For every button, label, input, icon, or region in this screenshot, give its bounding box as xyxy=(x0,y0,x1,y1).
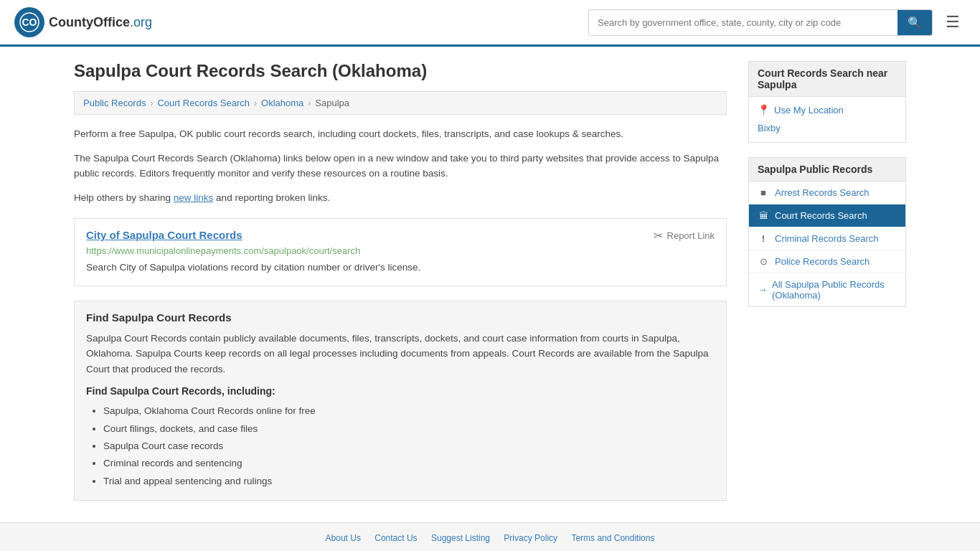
all-records-arrow-icon: → xyxy=(758,284,768,296)
find-list-item: Sapulpa Court case records xyxy=(103,438,715,455)
location-icon: 📍 xyxy=(758,104,770,116)
sidebar-near-title: Court Records Search near Sapulpa xyxy=(748,61,906,97)
court-records-label: Court Records Search xyxy=(775,210,867,221)
report-link-icon: ✂ xyxy=(654,229,663,242)
search-bar-container: 🔍 xyxy=(588,9,933,36)
sidebar-all-records-link[interactable]: → All Sapulpa Public Records (Oklahoma) xyxy=(749,273,905,306)
breadcrumb-sapulpa: Sapulpa xyxy=(315,98,349,108)
find-list-item: Sapulpa, Oklahoma Court Records online f… xyxy=(103,402,715,420)
arrest-records-label: Arrest Records Search xyxy=(775,187,870,198)
record-title-link[interactable]: City of Sapulpa Court Records xyxy=(86,229,242,241)
criminal-records-label: Criminal Records Search xyxy=(775,233,879,244)
description-1: Perform a free Sapulpa, OK public court … xyxy=(74,126,727,142)
breadcrumb-sep-2: › xyxy=(254,98,257,108)
record-title: City of Sapulpa Court Records xyxy=(86,229,242,241)
use-my-location[interactable]: 📍 Use My Location xyxy=(758,104,897,116)
description-2: The Sapulpa Court Records Search (Oklaho… xyxy=(74,151,727,182)
criminal-records-icon: ! xyxy=(758,233,769,244)
header: CO CountyOffice.org 🔍 ☰ xyxy=(0,0,980,47)
breadcrumb-sep-1: › xyxy=(150,98,153,108)
sidebar-near-list: 📍 Use My Location Bixby xyxy=(748,97,906,143)
sidebar-public-records-title: Sapulpa Public Records xyxy=(748,157,906,182)
police-records-icon: ⊙ xyxy=(758,256,769,267)
footer-contact[interactable]: Contact Us xyxy=(374,533,417,543)
find-section: Find Sapulpa Court Records Sapulpa Court… xyxy=(74,301,727,501)
record-url: https://www.municipalonlinepayments.com/… xyxy=(86,245,715,256)
header-right: 🔍 ☰ xyxy=(588,9,966,36)
main-wrapper: Sapulpa Court Records Search (Oklahoma) … xyxy=(60,47,920,515)
sidebar-public-records-section: Sapulpa Public Records ■ Arrest Records … xyxy=(748,157,906,307)
breadcrumb-public-records[interactable]: Public Records xyxy=(83,98,146,108)
find-list-item: Court filings, dockets, and case files xyxy=(103,420,715,438)
find-section-body: Sapulpa Court Records contain publicly a… xyxy=(86,331,715,377)
search-button[interactable]: 🔍 xyxy=(897,10,932,35)
breadcrumb-sep-3: › xyxy=(308,98,311,108)
logo-text: CountyOffice.org xyxy=(49,15,152,30)
desc3-after: and reporting broken links. xyxy=(213,192,330,203)
sidebar-criminal-records[interactable]: ! Criminal Records Search xyxy=(749,227,905,250)
svg-text:CO: CO xyxy=(22,17,37,28)
breadcrumb-court-records[interactable]: Court Records Search xyxy=(157,98,250,108)
content-area: Sapulpa Court Records Search (Oklahoma) … xyxy=(74,61,727,501)
record-description: Search City of Sapulpa violations record… xyxy=(86,260,715,275)
find-list-item: Criminal records and sentencing xyxy=(103,455,715,472)
breadcrumb: Public Records › Court Records Search › … xyxy=(74,91,727,115)
search-input[interactable] xyxy=(589,10,897,35)
find-list-item: Trial and appeal sentencing and rulings xyxy=(103,473,715,490)
sidebar: Court Records Search near Sapulpa 📍 Use … xyxy=(748,61,906,501)
footer-suggest[interactable]: Suggest Listing xyxy=(431,533,490,543)
court-records-icon: 🏛 xyxy=(758,210,769,221)
find-includes-title: Find Sapulpa Court Records, including: xyxy=(86,385,715,397)
logo-area: CO CountyOffice.org xyxy=(14,7,152,37)
footer-terms[interactable]: Terms and Conditions xyxy=(571,533,654,543)
hamburger-menu-icon[interactable]: ☰ xyxy=(940,10,966,34)
logo-icon: CO xyxy=(14,7,44,37)
report-link-label: Report Link xyxy=(667,230,715,241)
footer: About Us Contact Us Suggest Listing Priv… xyxy=(0,522,980,551)
find-list: Sapulpa, Oklahoma Court Records online f… xyxy=(86,402,715,489)
description-3: Help others by sharing new links and rep… xyxy=(74,190,727,206)
police-records-label: Police Records Search xyxy=(775,256,870,267)
sidebar-court-records[interactable]: 🏛 Court Records Search xyxy=(749,204,905,227)
footer-privacy[interactable]: Privacy Policy xyxy=(504,533,557,543)
all-records-label: All Sapulpa Public Records (Oklahoma) xyxy=(772,279,897,301)
record-entry: City of Sapulpa Court Records ✂ Report L… xyxy=(74,218,727,286)
page-title: Sapulpa Court Records Search (Oklahoma) xyxy=(74,61,727,81)
sidebar-arrest-records[interactable]: ■ Arrest Records Search xyxy=(749,182,905,204)
sidebar-records-list: ■ Arrest Records Search 🏛 Court Records … xyxy=(748,182,906,307)
desc3-before: Help others by sharing xyxy=(74,192,174,203)
arrest-records-icon: ■ xyxy=(758,187,769,198)
footer-about[interactable]: About Us xyxy=(326,533,361,543)
sidebar-police-records[interactable]: ⊙ Police Records Search xyxy=(749,250,905,273)
find-section-title: Find Sapulpa Court Records xyxy=(86,311,715,324)
new-links-link[interactable]: new links xyxy=(174,192,214,203)
nearby-bixby-link[interactable]: Bixby xyxy=(758,121,897,135)
record-entry-header: City of Sapulpa Court Records ✂ Report L… xyxy=(86,229,715,242)
report-link[interactable]: ✂ Report Link xyxy=(654,229,715,242)
use-location-label: Use My Location xyxy=(774,105,844,116)
sidebar-near-section: Court Records Search near Sapulpa 📍 Use … xyxy=(748,61,906,143)
breadcrumb-oklahoma[interactable]: Oklahoma xyxy=(261,98,303,108)
